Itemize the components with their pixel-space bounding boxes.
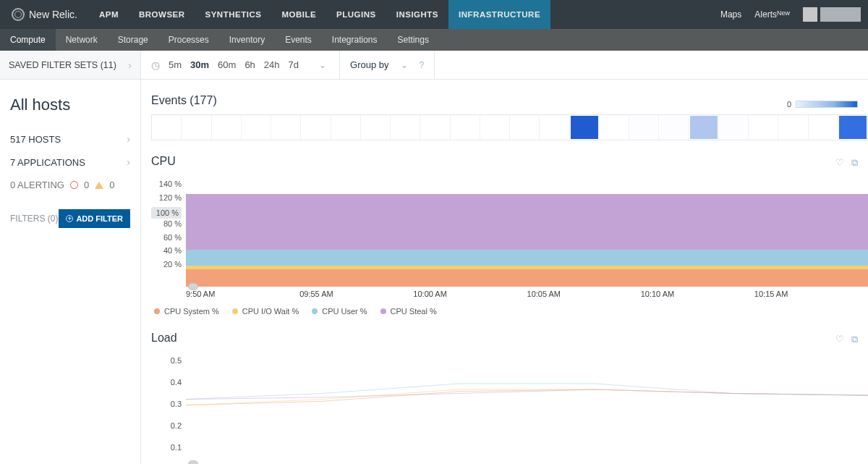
event-bucket[interactable] [689,115,719,140]
help-icon[interactable]: ? [420,60,425,70]
expand-icon[interactable]: ⧉ [851,334,858,345]
nav-synthetics[interactable]: SYNTHETICS [195,0,272,29]
sidebar-title: All hosts [10,96,130,114]
avatar-icon [803,7,817,22]
brand-text: New Relic. [29,9,77,20]
time-scrubber-handle[interactable] [188,460,198,464]
legend-swatch-icon [312,308,318,314]
event-bucket[interactable] [331,115,361,140]
load-line-yellow [186,389,868,405]
group-by-picker[interactable]: Group by ⌄ ? [340,51,435,79]
x-tick: 10:05 AM [527,290,641,298]
event-bucket[interactable] [271,115,301,140]
nav-browser[interactable]: BROWSER [129,0,195,29]
chevron-down-icon[interactable]: ⌄ [316,60,329,70]
brand[interactable]: New Relic. [0,0,89,29]
x-tick: 9:50 AM [186,290,299,298]
subnav-settings[interactable]: Settings [388,29,439,51]
time-window-6h[interactable]: 6h [244,59,255,70]
sidebar-hosts-row[interactable]: 517 HOSTS › [10,127,130,151]
cpu-chart[interactable]: 140 %120 %100 %80 %60 %40 %20 % [151,180,868,287]
color-gradient-icon [796,101,858,108]
event-bucket[interactable] [629,115,659,140]
x-tick: 10:00 AM [413,290,527,298]
event-bucket[interactable] [361,115,391,140]
brand-icon [12,8,25,21]
event-bucket[interactable] [242,115,271,140]
load-chart[interactable]: 0.50.40.30.20.1 [151,356,868,464]
event-bucket[interactable] [391,115,420,140]
account-name-redacted [820,7,861,22]
event-bucket[interactable] [749,115,778,140]
nav-mobile[interactable]: MOBILE [271,0,326,29]
events-timeline[interactable]: 0 [151,114,868,140]
nav-maps[interactable]: Maps [720,9,741,20]
subnav-inventory[interactable]: Inventory [219,29,275,51]
y-tick: 0.4 [151,378,182,400]
bell-icon[interactable]: ♡ [835,157,844,169]
chevron-right-icon: › [128,59,132,71]
event-bucket[interactable] [659,115,689,140]
y-tick: 0.3 [151,400,182,421]
bell-icon[interactable]: ♡ [835,334,844,345]
sidebar-alerting-row: 0 ALERTING 0 0 [10,174,130,196]
subnav-processes[interactable]: Processes [158,29,219,51]
nav-alerts[interactable]: AlertsNew [754,9,790,20]
event-bucket[interactable] [301,115,331,140]
event-bucket[interactable] [719,115,749,140]
subnav-compute[interactable]: Compute [0,29,56,51]
saved-filter-sets-label: SAVED FILTER SETS (11) [9,60,116,70]
chevron-down-icon: ⌄ [398,60,411,70]
event-bucket[interactable] [838,115,867,140]
event-bucket[interactable] [600,115,629,140]
time-window-30m[interactable]: 30m [190,59,209,70]
nav-insights[interactable]: INSIGHTS [386,0,448,29]
filters-label: FILTERS (0) [10,214,58,224]
load-line-purple [186,389,868,400]
warning-status-icon [95,182,103,189]
time-scrubber-handle[interactable] [188,283,198,290]
event-bucket[interactable] [212,115,242,140]
nav-infrastructure[interactable]: INFRASTRUCTURE [448,0,550,29]
y-tick: 60 % [151,233,182,247]
time-window-picker: ◷ 5m30m60m6h24h7d ⌄ [141,51,340,79]
time-window-60m[interactable]: 60m [218,59,236,70]
event-bucket[interactable] [480,115,510,140]
event-bucket[interactable] [152,115,182,140]
event-bucket[interactable] [420,115,450,140]
y-tick: 0.2 [151,421,182,443]
nav-plugins[interactable]: PLUGINS [326,0,386,29]
expand-icon[interactable]: ⧉ [851,157,858,169]
time-window-5m[interactable]: 5m [169,59,182,70]
time-window-7d[interactable]: 7d [289,59,299,70]
x-tick: 10:10 AM [641,290,754,298]
event-bucket[interactable] [570,115,600,140]
x-tick: 10:15 AM [754,290,868,298]
account-menu[interactable] [803,7,861,22]
event-bucket[interactable] [778,115,808,140]
event-bucket[interactable] [451,115,480,140]
subnav-events[interactable]: Events [275,29,322,51]
x-tick: 09:55 AM [299,290,413,298]
event-bucket[interactable] [510,115,540,140]
event-bucket[interactable] [809,115,838,140]
y-tick: 0.1 [151,443,182,464]
nav-apm[interactable]: APM [89,0,129,29]
time-window-24h[interactable]: 24h [264,59,280,70]
subnav-storage[interactable]: Storage [108,29,158,51]
sidebar: SAVED FILTER SETS (11) › All hosts 517 H… [0,51,141,464]
events-scale: 0 [787,100,858,109]
subnav-network[interactable]: Network [56,29,108,51]
load-line-orange [186,389,868,405]
legend-swatch-icon [232,308,238,314]
chart-toolbar: ◷ 5m30m60m6h24h7d ⌄ Group by ⌄ ? [141,51,868,80]
subnav-integrations[interactable]: Integrations [322,29,388,51]
add-filter-button[interactable]: + ADD FILTER [59,209,130,228]
sidebar-apps-row[interactable]: 7 APPLICATIONS › [10,151,130,174]
chevron-right-icon: › [127,156,130,168]
saved-filter-sets-row[interactable]: SAVED FILTER SETS (11) › [0,51,140,80]
event-bucket[interactable] [182,115,211,140]
events-title: Events (177) [151,94,217,107]
main-content: ◷ 5m30m60m6h24h7d ⌄ Group by ⌄ ? Events … [141,51,868,464]
event-bucket[interactable] [540,115,569,140]
